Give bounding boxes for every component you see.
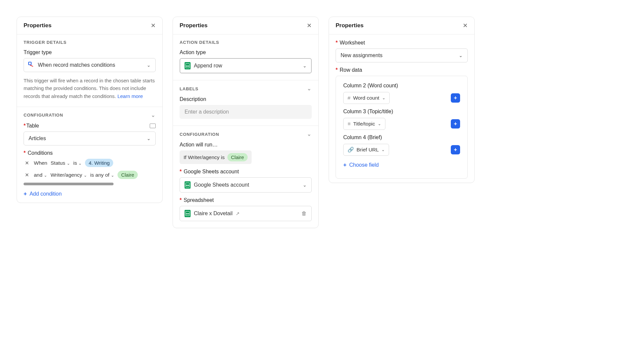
chevron-down-icon: ⌄ [67,161,70,166]
section-header-config: CONFIGURATION ⌄ [180,131,312,137]
column-token-row: # Word count ⌄ + [343,92,460,104]
spreadsheet-select[interactable]: Claire x Dovetail ↗ 🗑 [180,206,312,221]
close-icon[interactable]: ✕ [307,23,312,29]
chevron-down-icon: ⌄ [378,122,381,126]
action-type-value: Append row [194,63,222,69]
add-token-button[interactable]: + [451,145,460,154]
account-value: Google Sheets account [194,182,249,188]
google-sheets-icon [185,181,191,189]
section-header-labels: LABELS ⌄ [180,86,312,92]
worksheet-label: *Worksheet [336,40,468,46]
worksheet-section: *Worksheet New assignments ⌄ *Row data C… [329,35,474,183]
trigger-details-section: TRIGGER DETAILS Trigger type When record… [17,35,162,107]
remove-condition-icon[interactable]: ✕ [24,171,31,179]
trash-icon[interactable]: 🗑 [301,211,307,217]
field-token[interactable]: 🔗 Brief URL ⌄ [343,144,389,156]
chevron-down-icon: ⌄ [303,63,307,68]
action-type-select[interactable]: Append row ⌄ [180,58,312,73]
choose-field-button[interactable]: + Choose field [343,160,379,172]
plus-icon: + [343,162,347,168]
labels-section: LABELS ⌄ Description [173,80,318,126]
willrun-label: Action will run… [180,142,312,148]
chevron-down-icon[interactable]: ⌄ [307,86,312,92]
scrollbar-thumb[interactable] [24,183,114,185]
description-label: Description [180,96,312,102]
willrun-condition-chip[interactable]: If Writer/agency is Claire [180,150,252,164]
account-select[interactable]: Google Sheets account ⌄ [180,177,312,193]
chevron-down-icon: ⌄ [78,161,82,166]
chevron-down-icon: ⌄ [459,53,463,58]
field-token[interactable]: ≡ Title/topic ⌄ [343,118,385,130]
chevron-down-icon: ⌄ [382,96,385,100]
section-header-action-details: ACTION DETAILS [180,40,312,45]
remove-condition-icon[interactable]: ✕ [24,159,31,167]
properties-panel-action: Properties ✕ ACTION DETAILS Action type … [173,17,319,228]
add-token-button[interactable]: + [451,93,460,103]
panel-header: Properties ✕ [17,17,162,35]
chevron-down-icon[interactable]: ⌄ [151,112,156,118]
condition-value-pill[interactable]: Claire [118,171,138,179]
google-sheets-icon [185,210,191,217]
trigger-type-label: Trigger type [24,49,156,55]
condition-row: ✕ When Status ⌄ is ⌄ 4. Writing [24,159,156,167]
condition-operator[interactable]: is ⌄ [73,160,82,166]
condition-field[interactable]: Writer/agency ⌄ [50,172,87,178]
panel-header: Properties ✕ [173,17,318,35]
chevron-down-icon: ⌄ [44,173,47,178]
account-label: *Google Sheets account [180,169,312,175]
condition-field[interactable]: Status ⌄ [51,160,70,166]
panel-title: Properties [24,22,51,29]
field-token[interactable]: # Word count ⌄ [343,92,390,104]
spreadsheet-value: Claire x Dovetail [194,211,232,217]
configuration-section: CONFIGURATION ⌄ Action will run… If Writ… [173,126,318,228]
condition-value-pill[interactable]: 4. Writing [85,159,113,167]
chevron-down-icon: ⌄ [381,147,385,152]
add-token-button[interactable]: + [451,119,460,129]
add-condition-button[interactable]: + Add condition [24,189,62,201]
table-value: Articles [29,135,46,141]
worksheet-value: New assignments [341,52,382,58]
table-select[interactable]: Articles ⌄ [24,132,156,145]
panel-title: Properties [180,22,207,29]
chevron-down-icon: ⌄ [303,182,307,188]
condition-conjunction[interactable]: and ⌄ [34,172,47,178]
section-header-trigger-details: TRIGGER DETAILS [24,40,156,45]
column-label: Column 4 (Brief) [343,134,460,140]
conditions-label: *Conditions [24,150,156,156]
close-icon[interactable]: ✕ [463,23,468,29]
condition-operator[interactable]: is any of ⌄ [90,172,114,178]
worksheet-select[interactable]: New assignments ⌄ [336,48,468,62]
column-mapping: Column 4 (Brief) 🔗 Brief URL ⌄ + [343,134,460,156]
properties-panel-trigger: Properties ✕ TRIGGER DETAILS Trigger typ… [17,17,163,203]
chevron-down-icon: ⌄ [84,173,87,178]
link-icon: 🔗 [348,147,354,153]
learn-more-link[interactable]: Learn more [118,93,143,99]
plus-icon: + [24,191,27,197]
panel-title: Properties [336,22,363,29]
table-label-row: *Table [24,123,156,129]
chevron-down-icon: ⌄ [111,173,114,178]
action-details-section: ACTION DETAILS Action type Append row ⌄ [173,35,318,80]
horizontal-scrollbar[interactable] [24,183,156,185]
properties-panel-rowdata: Properties ✕ *Worksheet New assignments … [329,17,475,183]
panel-header: Properties ✕ [329,17,474,35]
column-mapping: Column 2 (Word count) # Word count ⌄ + [343,83,460,104]
table-picker-icon[interactable] [150,124,156,128]
chevron-down-icon[interactable]: ⌄ [307,131,312,137]
trigger-type-value: When record matches conditions [38,62,115,68]
column-token-row: 🔗 Brief URL ⌄ + [343,144,460,156]
trigger-type-select[interactable]: When record matches conditions ⌄ [24,58,156,72]
column-token-row: ≡ Title/topic ⌄ + [343,118,460,130]
rowdata-label: *Row data [336,67,468,73]
external-link-icon[interactable]: ↗ [236,211,240,216]
description-input[interactable] [180,105,312,119]
conditions-trigger-icon [29,62,35,68]
text-icon: ≡ [348,121,351,127]
section-header-config: CONFIGURATION ⌄ [24,112,156,118]
close-icon[interactable]: ✕ [151,23,156,29]
action-type-label: Action type [180,49,312,55]
willrun-value-pill: Claire [227,153,248,161]
column-label: Column 3 (Topic/title) [343,109,460,115]
hash-icon: # [348,95,351,101]
rowdata-columns: Column 2 (Word count) # Word count ⌄ + C… [336,76,468,179]
